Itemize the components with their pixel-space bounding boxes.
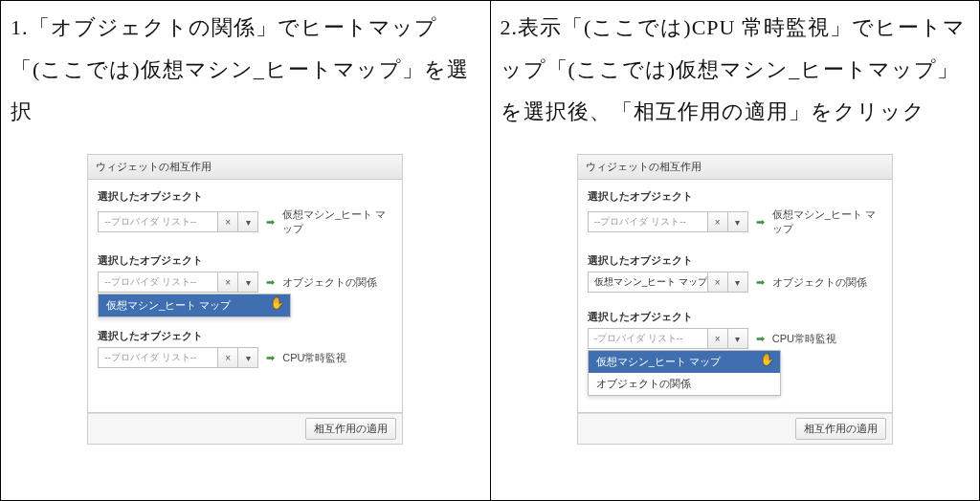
arrow-icon: ➡ [756, 216, 765, 229]
apply-button[interactable]: 相互作用の適用 [305, 418, 396, 440]
combo-value: --プロバイダ リスト-- [98, 211, 218, 232]
left-instruction: 1.「オブジェクトの関係」でヒートマップ「(ここでは)仮想マシン_ヒートマップ」… [11, 7, 480, 150]
cursor-icon: ✋ [270, 296, 284, 310]
dialog-footer: 相互作用の適用 [87, 413, 403, 445]
group-row: -プロバイダ リスト-- × ▾ ➡ CPU常時監視 [588, 328, 882, 349]
arrow-icon: ➡ [266, 352, 275, 364]
arrow-icon: ➡ [756, 333, 765, 345]
dialog-title: ウィジェットの相互作用 [87, 154, 403, 180]
cursor-icon: ✋ [760, 353, 774, 366]
left-pane: 1.「オブジェクトの関係」でヒートマップ「(ここでは)仮想マシン_ヒートマップ」… [1, 1, 491, 500]
clear-icon[interactable]: × [217, 272, 238, 293]
chevron-down-icon[interactable]: ▾ [727, 211, 748, 232]
dialog-title: ウィジェットの相互作用 [577, 154, 893, 180]
provider-combo[interactable]: --プロバイダ リスト-- × ▾ [98, 272, 258, 293]
dialog-body: 選択したオブジェクト --プロバイダ リスト-- × ▾ ➡ 仮想マシン_ヒート… [87, 180, 403, 413]
selected-object-group: 選択したオブジェクト --プロバイダ リスト-- × ▾ ➡ 仮想マシン_ヒート… [588, 189, 882, 236]
group-label: 選択したオブジェクト [588, 310, 882, 324]
target-label: 仮想マシン_ヒート マップ [772, 207, 882, 236]
group-row: --プロバイダ リスト-- × ▾ ➡ CPU常時監視 [98, 347, 392, 368]
option-text: オブジェクトの関係 [596, 378, 691, 389]
clear-icon[interactable]: × [217, 211, 238, 232]
chevron-down-icon[interactable]: ▾ [727, 328, 748, 349]
selected-object-group: 選択したオブジェクト --プロバイダ リスト-- × ▾ ➡ オブジェクトの関係 [98, 253, 392, 293]
dropdown-option[interactable]: 仮想マシン_ヒート マップ ✋ [589, 351, 780, 373]
combo-value: -プロバイダ リスト-- [588, 328, 708, 349]
dropdown-list[interactable]: 仮想マシン_ヒート マップ ✋ オブジェクトの関係 [588, 350, 781, 396]
right-pane: 2.表示「(ここでは)CPU 常時監視」でヒートマップ「(ここでは)仮想マシン_… [491, 1, 980, 500]
selected-object-group: 選択したオブジェクト --プロバイダ リスト-- × ▾ ➡ 仮想マシン_ヒート… [98, 189, 392, 236]
apply-button[interactable]: 相互作用の適用 [795, 418, 886, 440]
group-label: 選択したオブジェクト [98, 253, 392, 268]
dialog-footer: 相互作用の適用 [577, 413, 893, 445]
provider-combo[interactable]: -プロバイダ リスト-- × ▾ [588, 328, 748, 349]
target-label: オブジェクトの関係 [772, 275, 867, 290]
provider-combo[interactable]: 仮想マシン_ヒート マップ × ▾ [588, 272, 748, 293]
clear-icon[interactable]: × [707, 211, 728, 232]
combo-value: 仮想マシン_ヒート マップ [588, 272, 708, 293]
arrow-icon: ➡ [266, 216, 275, 229]
dropdown-option[interactable]: オブジェクトの関係 [589, 373, 780, 395]
selected-object-group: 選択したオブジェクト -プロバイダ リスト-- × ▾ ➡ CPU常時監視 [588, 310, 882, 349]
dropdown-list[interactable]: 仮想マシン_ヒート マップ ✋ [98, 294, 291, 317]
chevron-down-icon[interactable]: ▾ [237, 211, 258, 232]
right-instruction: 2.表示「(ここでは)CPU 常時監視」でヒートマップ「(ここでは)仮想マシン_… [501, 7, 970, 150]
group-row: 仮想マシン_ヒート マップ × ▾ ➡ オブジェクトの関係 [588, 272, 882, 293]
dropdown-option[interactable]: 仮想マシン_ヒート マップ ✋ [99, 294, 290, 316]
chevron-down-icon[interactable]: ▾ [727, 272, 748, 293]
target-label: CPU常時監視 [772, 332, 836, 346]
group-label: 選択したオブジェクト [588, 253, 882, 268]
clear-icon[interactable]: × [707, 328, 728, 349]
group-label: 選択したオブジェクト [98, 329, 392, 343]
group-row: --プロバイダ リスト-- × ▾ ➡ 仮想マシン_ヒート マップ [98, 207, 392, 236]
arrow-icon: ➡ [756, 276, 765, 289]
option-text: 仮想マシン_ヒート マップ [106, 299, 231, 311]
selected-object-group: 選択したオブジェクト 仮想マシン_ヒート マップ × ▾ ➡ オブジェクトの関係 [588, 253, 882, 293]
widget-interaction-dialog: ウィジェットの相互作用 選択したオブジェクト --プロバイダ リスト-- × ▾… [87, 154, 403, 445]
group-label: 選択したオブジェクト [98, 189, 392, 204]
left-dialog-wrap: ウィジェットの相互作用 選択したオブジェクト --プロバイダ リスト-- × ▾… [11, 154, 480, 445]
clear-icon[interactable]: × [707, 272, 728, 293]
target-label: 仮想マシン_ヒート マップ [282, 207, 392, 236]
right-dialog-wrap: ウィジェットの相互作用 選択したオブジェクト --プロバイダ リスト-- × ▾… [501, 154, 970, 445]
target-label: CPU常時監視 [282, 351, 346, 365]
provider-combo[interactable]: --プロバイダ リスト-- × ▾ [98, 347, 258, 368]
arrow-icon: ➡ [266, 276, 275, 289]
option-text: 仮想マシン_ヒート マップ [596, 356, 721, 367]
widget-interaction-dialog: ウィジェットの相互作用 選択したオブジェクト --プロバイダ リスト-- × ▾… [577, 154, 893, 445]
group-label: 選択したオブジェクト [588, 189, 882, 204]
chevron-down-icon[interactable]: ▾ [237, 272, 258, 293]
chevron-down-icon[interactable]: ▾ [237, 347, 258, 368]
group-row: --プロバイダ リスト-- × ▾ ➡ 仮想マシン_ヒート マップ [588, 207, 882, 236]
combo-value: --プロバイダ リスト-- [98, 272, 218, 293]
provider-combo[interactable]: --プロバイダ リスト-- × ▾ [588, 211, 748, 232]
target-label: オブジェクトの関係 [282, 275, 377, 290]
group-row: --プロバイダ リスト-- × ▾ ➡ オブジェクトの関係 [98, 272, 392, 293]
provider-combo[interactable]: --プロバイダ リスト-- × ▾ [98, 211, 258, 232]
clear-icon[interactable]: × [217, 347, 238, 368]
combo-value: --プロバイダ リスト-- [588, 211, 708, 232]
combo-value: --プロバイダ リスト-- [98, 347, 218, 368]
doc-two-column: 1.「オブジェクトの関係」でヒートマップ「(ここでは)仮想マシン_ヒートマップ」… [0, 0, 980, 501]
selected-object-group: 選択したオブジェクト --プロバイダ リスト-- × ▾ ➡ CPU常時監視 [98, 329, 392, 368]
dialog-body: 選択したオブジェクト --プロバイダ リスト-- × ▾ ➡ 仮想マシン_ヒート… [577, 180, 893, 413]
